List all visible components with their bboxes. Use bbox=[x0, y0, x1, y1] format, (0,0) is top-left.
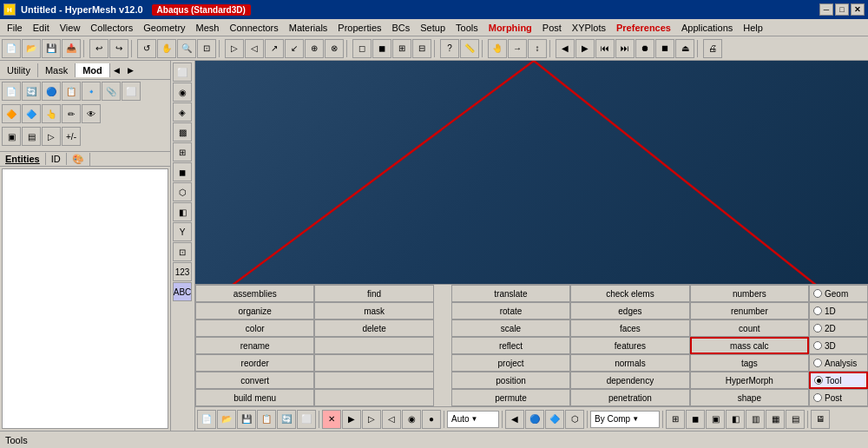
toolbar-save[interactable]: 💾 bbox=[42, 39, 61, 58]
bt-icon-22[interactable]: ▤ bbox=[786, 410, 805, 429]
menu-connectors[interactable]: Connectors bbox=[224, 21, 283, 35]
panel-tab-next[interactable]: ▶ bbox=[124, 66, 138, 75]
btn-faces[interactable]: faces bbox=[570, 320, 689, 337]
tab-mask[interactable]: Mask bbox=[38, 63, 76, 77]
menu-xyplots[interactable]: XYPlots bbox=[567, 21, 611, 35]
btn-hypermorph[interactable]: HyperMorph bbox=[690, 372, 809, 389]
maximize-button[interactable]: □ bbox=[835, 3, 849, 16]
panel-icon-1[interactable]: 📄 bbox=[2, 82, 21, 101]
radio-3d[interactable]: 3D bbox=[809, 337, 868, 354]
radio-geom-btn[interactable] bbox=[813, 289, 822, 298]
sidebar-icon-abc[interactable]: ABC bbox=[173, 282, 192, 301]
btn-delete[interactable]: delete bbox=[314, 320, 433, 337]
menu-mesh[interactable]: Mesh bbox=[191, 21, 225, 35]
toolbar-select2[interactable]: ◁ bbox=[245, 39, 264, 58]
menu-file[interactable]: File bbox=[2, 21, 28, 35]
panel-icon-3[interactable]: 🔵 bbox=[42, 82, 61, 101]
sidebar-icon-9[interactable]: Y bbox=[173, 222, 192, 241]
toolbar-query[interactable]: ? bbox=[440, 39, 459, 58]
toolbar-measure[interactable]: 📏 bbox=[460, 39, 479, 58]
radio-1d[interactable]: 1D bbox=[809, 302, 868, 320]
bt-icon-7[interactable]: ▶ bbox=[342, 410, 361, 429]
tab-mod[interactable]: Mod bbox=[76, 63, 110, 77]
panel-icon-16[interactable]: +/- bbox=[62, 127, 81, 146]
panel-tab-prev[interactable]: ◀ bbox=[110, 66, 124, 75]
bt-icon-11[interactable]: ● bbox=[422, 410, 441, 429]
menu-bcs[interactable]: BCs bbox=[387, 21, 416, 35]
toolbar-undo[interactable]: ↩ bbox=[89, 39, 108, 58]
btn-organize[interactable]: organize bbox=[195, 302, 314, 320]
bt-icon-1[interactable]: 📄 bbox=[197, 410, 216, 429]
panel-icon-11[interactable]: ✏ bbox=[62, 104, 81, 123]
bt-icon-6[interactable]: ⬜ bbox=[297, 410, 316, 429]
radio-post-btn[interactable] bbox=[813, 393, 822, 402]
bt-icon-17[interactable]: ◼ bbox=[686, 410, 705, 429]
sidebar-icon-11[interactable]: 123 bbox=[173, 262, 192, 281]
menu-tools[interactable]: Tools bbox=[450, 21, 483, 35]
toolbar-disp2[interactable]: ▶ bbox=[575, 39, 595, 58]
sidebar-icon-5[interactable]: ⊞ bbox=[173, 142, 192, 161]
close-button[interactable]: ✕ bbox=[851, 3, 865, 16]
toolbar-pan[interactable]: ✋ bbox=[157, 39, 176, 58]
toolbar-view2[interactable]: ◼ bbox=[372, 39, 391, 58]
auto-dropdown[interactable]: Auto ▼ bbox=[447, 411, 499, 428]
radio-3d-btn[interactable] bbox=[813, 341, 822, 350]
radio-analysis[interactable]: Analysis bbox=[809, 354, 868, 372]
panel-icon-15[interactable]: ▷ bbox=[42, 127, 61, 146]
panel-icon-2[interactable]: 🔄 bbox=[22, 82, 41, 101]
toolbar-view3[interactable]: ⊞ bbox=[392, 39, 411, 58]
menu-collectors[interactable]: Collectors bbox=[85, 21, 138, 35]
btn-project[interactable]: project bbox=[451, 354, 570, 372]
menu-help[interactable]: Help bbox=[738, 21, 768, 35]
toolbar-view1[interactable]: ◻ bbox=[352, 39, 372, 58]
tab-utility[interactable]: Utility bbox=[0, 63, 38, 77]
bt-icon-13[interactable]: 🔵 bbox=[525, 410, 544, 429]
sidebar-icon-10[interactable]: ⊡ bbox=[173, 242, 192, 261]
toolbar-redo[interactable]: ↪ bbox=[109, 39, 128, 58]
btn-convert[interactable]: convert bbox=[195, 372, 314, 389]
btn-reflect[interactable]: reflect bbox=[451, 337, 570, 354]
bt-icon-3[interactable]: 💾 bbox=[237, 410, 256, 429]
bt-icon-15[interactable]: ⬡ bbox=[565, 410, 584, 429]
bt-icon-20[interactable]: ▥ bbox=[746, 410, 765, 429]
radio-post[interactable]: Post bbox=[809, 389, 868, 406]
btn-rename[interactable]: rename bbox=[195, 337, 314, 354]
btn-masscalc[interactable]: mass calc bbox=[690, 337, 809, 354]
toolbar-select4[interactable]: ↙ bbox=[285, 39, 304, 58]
btn-reorder[interactable]: reorder bbox=[195, 354, 314, 372]
btn-renumber[interactable]: renumber bbox=[690, 302, 809, 320]
btn-mask[interactable]: mask bbox=[314, 302, 433, 320]
bt-icon-21[interactable]: ▦ bbox=[766, 410, 785, 429]
menu-post[interactable]: Post bbox=[537, 21, 567, 35]
minimize-button[interactable]: ─ bbox=[819, 3, 833, 16]
tab-entities[interactable]: Entities bbox=[0, 153, 46, 165]
toolbar-view4[interactable]: ⊟ bbox=[412, 39, 431, 58]
toolbar-point[interactable]: ↕ bbox=[528, 39, 547, 58]
radio-2d-btn[interactable] bbox=[813, 324, 822, 333]
btn-translate[interactable]: translate bbox=[451, 285, 570, 302]
bt-icon-19[interactable]: ◧ bbox=[726, 410, 745, 429]
toolbar-disp4[interactable]: ⏭ bbox=[615, 39, 635, 58]
menu-materials[interactable]: Materials bbox=[284, 21, 333, 35]
panel-icon-6[interactable]: 📎 bbox=[102, 82, 121, 101]
btn-normals[interactable]: normals bbox=[570, 354, 689, 372]
bt-icon-12[interactable]: ◀ bbox=[505, 410, 524, 429]
toolbar-select6[interactable]: ⊗ bbox=[325, 39, 344, 58]
menu-geometry[interactable]: Geometry bbox=[138, 21, 190, 35]
toolbar-hand[interactable]: 🤚 bbox=[488, 39, 507, 58]
panel-icon-14[interactable]: ▤ bbox=[22, 127, 41, 146]
radio-analysis-btn[interactable] bbox=[813, 359, 822, 367]
bt-icon-2[interactable]: 📂 bbox=[217, 410, 236, 429]
toolbar-select3[interactable]: ↗ bbox=[265, 39, 284, 58]
radio-geom[interactable]: Geom bbox=[809, 285, 868, 302]
toolbar-disp5[interactable]: ⏺ bbox=[635, 39, 654, 58]
panel-icon-7[interactable]: ⬜ bbox=[122, 82, 141, 101]
btn-tags[interactable]: tags bbox=[690, 354, 809, 372]
btn-edges[interactable]: edges bbox=[570, 302, 689, 320]
panel-icon-8[interactable]: 🔶 bbox=[2, 104, 21, 123]
sidebar-icon-6[interactable]: ◼ bbox=[173, 162, 192, 181]
toolbar-fit[interactable]: ⊡ bbox=[197, 39, 216, 58]
btn-rotate[interactable]: rotate bbox=[451, 302, 570, 320]
btn-permute[interactable]: permute bbox=[451, 389, 570, 406]
sidebar-icon-1[interactable]: ⬜ bbox=[173, 63, 192, 82]
